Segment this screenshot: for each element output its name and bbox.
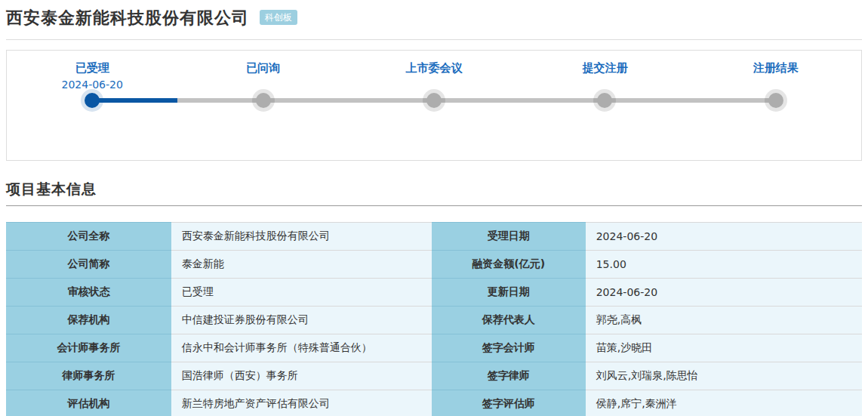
row-value-right: 苗策,沙晓田 — [586, 334, 862, 362]
row-label-left: 公司简称 — [6, 251, 171, 279]
timeline-node-5 — [768, 93, 783, 108]
row-label-right: 受理日期 — [432, 223, 586, 251]
timeline-stage-date — [179, 77, 348, 92]
row-label-right: 更新日期 — [432, 279, 586, 307]
title-bar: 西安泰金新能科技股份有限公司 科创板 — [6, 0, 862, 40]
timeline-stage-date — [349, 77, 519, 92]
timeline-node-4 — [597, 93, 612, 108]
timeline-node-2 — [256, 93, 271, 108]
timeline-stage-label: 提交注册 — [520, 60, 689, 75]
timeline-stage-date — [691, 77, 860, 92]
table-row: 律师事务所 国浩律师（西安）事务所 签字律师 刘风云,刘瑞泉,陈思怡 — [6, 362, 862, 390]
row-label-left: 评估机构 — [6, 390, 171, 416]
row-value-left: 西安泰金新能科技股份有限公司 — [171, 223, 432, 251]
row-value-right: 2024-06-20 — [586, 279, 862, 307]
row-value-left: 泰金新能 — [171, 251, 432, 279]
row-value-left: 新兰特房地产资产评估有限公司 — [171, 390, 432, 416]
timeline-stage-date: 2024-06-20 — [8, 77, 177, 92]
row-label-left: 公司全称 — [6, 223, 171, 251]
timeline-stage: 已受理 2024-06-20 — [8, 60, 177, 92]
timeline-stage: 已问询 — [179, 60, 348, 92]
row-value-right: 15.00 — [586, 251, 862, 279]
timeline-node-1 — [85, 93, 100, 108]
table-row: 公司全称 西安泰金新能科技股份有限公司 受理日期 2024-06-20 — [6, 223, 862, 251]
table-row: 保荐机构 中信建投证券股份有限公司 保荐代表人 郭尧,高枫 — [6, 307, 862, 334]
row-label-right: 签字律师 — [432, 362, 586, 390]
table-row: 审核状态 已受理 更新日期 2024-06-20 — [6, 279, 862, 307]
row-label-right: 签字评估师 — [432, 390, 586, 416]
timeline-stage-label: 已受理 — [8, 60, 177, 75]
row-label-left: 保荐机构 — [6, 307, 171, 334]
timeline-progress — [92, 98, 177, 103]
row-label-right: 签字会计师 — [432, 334, 586, 362]
timeline-stage-label: 上市委会议 — [349, 60, 519, 75]
row-value-right: 侯静,席宁,秦洲洋 — [586, 390, 862, 416]
table-row: 会计师事务所 信永中和会计师事务所（特殊普通合伙） 签字会计师 苗策,沙晓田 — [6, 334, 862, 362]
timeline-stage: 上市委会议 — [349, 60, 519, 92]
timeline-stage-label: 注册结果 — [691, 60, 860, 75]
section-title: 项目基本信息 — [6, 180, 862, 206]
audit-timeline-panel: 已受理 2024-06-20 已问询 上市委会议 提交注册 注册结果 — [6, 50, 862, 161]
project-info-table: 公司全称 西安泰金新能科技股份有限公司 受理日期 2024-06-20 公司简称… — [6, 222, 862, 416]
row-value-left: 中信建投证券股份有限公司 — [171, 307, 432, 334]
row-label-right: 保荐代表人 — [432, 307, 586, 334]
board-badge: 科创板 — [260, 10, 297, 25]
table-row: 评估机构 新兰特房地产资产评估有限公司 签字评估师 侯静,席宁,秦洲洋 — [6, 390, 862, 416]
timeline-stage: 提交注册 — [520, 60, 689, 92]
row-value-right: 刘风云,刘瑞泉,陈思怡 — [586, 362, 862, 390]
timeline-node-3 — [426, 93, 442, 108]
table-row: 公司简称 泰金新能 融资金额(亿元) 15.00 — [6, 251, 862, 279]
row-label-left: 律师事务所 — [6, 362, 171, 390]
row-label-right: 融资金额(亿元) — [432, 251, 586, 279]
page-container: 西安泰金新能科技股份有限公司 科创板 已受理 2024-06-20 已问询 上市… — [0, 0, 868, 416]
timeline-stage-date — [520, 77, 689, 92]
row-value-right: 郭尧,高枫 — [586, 307, 862, 334]
row-label-left: 审核状态 — [6, 279, 171, 307]
timeline-stage-label: 已问询 — [179, 60, 348, 75]
row-value-left: 国浩律师（西安）事务所 — [171, 362, 432, 390]
row-label-left: 会计师事务所 — [6, 334, 171, 362]
timeline-stage: 注册结果 — [691, 60, 860, 92]
row-value-left: 已受理 — [171, 279, 432, 307]
row-value-left: 信永中和会计师事务所（特殊普通合伙） — [171, 334, 432, 362]
row-value-right: 2024-06-20 — [586, 223, 862, 251]
page-title: 西安泰金新能科技股份有限公司 — [6, 8, 249, 27]
